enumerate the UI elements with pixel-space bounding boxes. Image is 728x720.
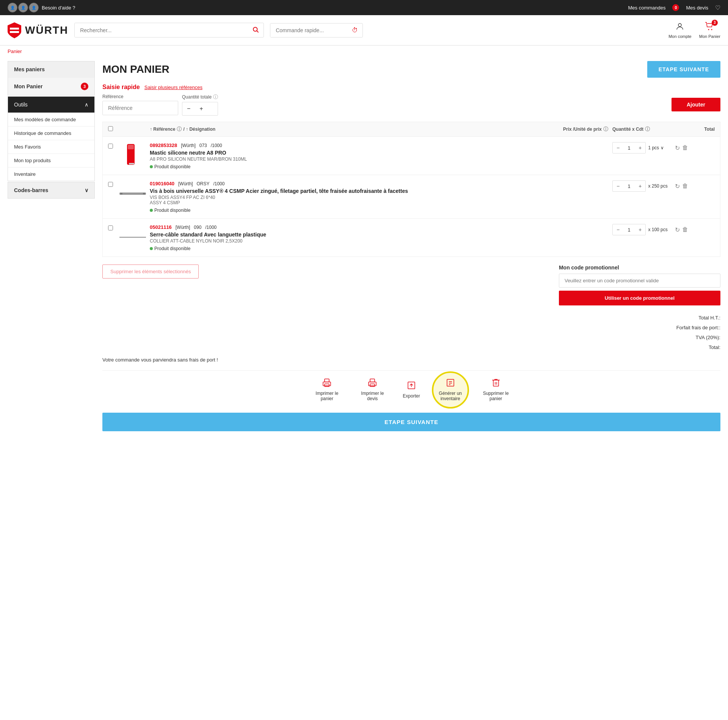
next-step-button-bottom[interactable]: ETAPE SUIVANTE bbox=[102, 413, 720, 431]
sidebar-my-cart[interactable]: Mon Panier 3 bbox=[8, 78, 94, 95]
breadcrumb: Panier bbox=[0, 45, 728, 57]
qty-label: Quantité totale bbox=[182, 94, 212, 100]
qty-unit-2: x 250 pcs bbox=[648, 183, 667, 189]
my-cart-action[interactable]: 3 Mon Panier bbox=[699, 22, 720, 39]
availability-dot-3 bbox=[150, 247, 153, 250]
search-input[interactable] bbox=[75, 23, 248, 37]
product-per-thousand-3: /1000 bbox=[205, 225, 217, 230]
svg-line-3 bbox=[257, 31, 259, 32]
next-step-button-top[interactable]: ETAPE SUIVANTE bbox=[647, 61, 720, 78]
logo[interactable]: WÜRTH bbox=[8, 22, 68, 38]
free-shipping-message: Votre commande vous parviendra sans frai… bbox=[102, 357, 720, 363]
product-sub-2: ASSY 4 CSMP bbox=[150, 200, 559, 205]
product-image-2 bbox=[119, 180, 146, 207]
delete-icon-2[interactable]: 🗑 bbox=[682, 183, 688, 190]
search-button[interactable] bbox=[248, 23, 264, 37]
generate-inventory-action[interactable]: Générer un inventaire bbox=[435, 378, 466, 401]
add-button[interactable]: Ajouter bbox=[672, 98, 720, 111]
print-quote-action[interactable]: Imprimer le devis bbox=[357, 378, 388, 401]
delete-selected-button[interactable]: Supprimer les éléments sélectionnés bbox=[102, 265, 199, 279]
sidebar-order-history[interactable]: Historique de commandes bbox=[8, 127, 94, 140]
qty-minus-2[interactable]: − bbox=[613, 181, 623, 191]
sidebar-favorites[interactable]: Mes Favoris bbox=[8, 140, 94, 154]
content-header: MON PANIER ETAPE SUIVANTE bbox=[102, 61, 720, 78]
delete-cart-action[interactable]: Supprimer le panier bbox=[481, 378, 511, 401]
product-name-1: Mastic silicone neutre A8 PRO bbox=[150, 150, 559, 156]
qty-val-2: 1 bbox=[623, 181, 635, 191]
sidebar-order-models[interactable]: Mes modèles de commande bbox=[8, 113, 94, 127]
qty-plus-3[interactable]: + bbox=[635, 224, 645, 235]
top-bar-left: 👤 👤 👤 Besoin d'aide ? bbox=[8, 3, 75, 13]
row-checkbox-2[interactable] bbox=[108, 182, 116, 188]
qty-stepper-2[interactable]: − 1 + bbox=[612, 180, 646, 192]
printer-icon bbox=[322, 378, 331, 389]
sidebar-barcodes[interactable]: Codes-barres ∨ bbox=[8, 182, 94, 198]
breadcrumb-link[interactable]: Panier bbox=[8, 49, 22, 54]
qty-actions-3: ↻ 🗑 bbox=[675, 226, 688, 233]
export-action[interactable]: Exporter bbox=[403, 381, 420, 399]
product-ref-3[interactable]: 05021116 bbox=[150, 224, 172, 230]
my-orders-link[interactable]: Mes commandes bbox=[628, 5, 665, 11]
qty-3: − 1 + x 100 pcs ↻ 🗑 bbox=[612, 224, 688, 235]
product-code-2: ORSY bbox=[197, 181, 210, 186]
refresh-icon-3[interactable]: ↻ bbox=[675, 226, 680, 233]
my-quotes-link[interactable]: Mes devis bbox=[686, 5, 708, 11]
qty-actions-2: ↻ 🗑 bbox=[675, 183, 688, 190]
product-ref-1[interactable]: 0892853328 bbox=[150, 142, 177, 148]
product-image-1 bbox=[119, 142, 146, 169]
product-ref-2[interactable]: 019016040 bbox=[150, 181, 174, 186]
total-shipping: Forfait frais de port:: bbox=[102, 323, 720, 333]
search-bar[interactable] bbox=[74, 23, 264, 38]
qty-stepper-1[interactable]: − 1 + bbox=[612, 142, 646, 153]
product-supplier-2: [Würth] bbox=[178, 181, 193, 186]
promo-input[interactable] bbox=[559, 274, 720, 288]
qty-stepper-3[interactable]: − 1 + bbox=[612, 224, 646, 235]
totals-section: Total H.T.: Forfait frais de port:: TVA … bbox=[102, 313, 720, 352]
qty-val-1: 1 bbox=[623, 143, 635, 153]
wishlist-icon[interactable]: ♡ bbox=[715, 4, 720, 11]
chevron-up-icon: ∧ bbox=[85, 102, 88, 108]
apply-promo-button[interactable]: Utiliser un code promotionnel bbox=[559, 291, 720, 305]
qty-control[interactable]: − + bbox=[182, 102, 218, 116]
delete-icon-3[interactable]: 🗑 bbox=[682, 226, 688, 233]
quick-order-bar[interactable]: ⏱ bbox=[270, 23, 363, 38]
svg-point-4 bbox=[678, 23, 681, 27]
row-checkbox-1[interactable] bbox=[108, 144, 116, 150]
avatar-3: 👤 bbox=[29, 3, 39, 13]
multi-ref-link[interactable]: Saisir plusieurs références bbox=[144, 85, 202, 90]
qty-plus-button[interactable]: + bbox=[195, 102, 207, 115]
ref-input[interactable] bbox=[102, 101, 178, 115]
select-all-checkbox[interactable] bbox=[108, 126, 113, 131]
top-bar-right: Mes commandes 0 Mes devis ♡ bbox=[628, 4, 720, 11]
print-quote-label: Imprimer le devis bbox=[357, 391, 388, 401]
qty-dropdown-icon-1[interactable]: ∨ bbox=[661, 145, 664, 150]
quick-entry-form: Référence Quantité totale ⓘ − + Ajouter bbox=[102, 94, 720, 116]
sidebar-top-products[interactable]: Mon top produits bbox=[8, 154, 94, 167]
my-cart-label: Mon Panier bbox=[699, 34, 720, 39]
availability-dot-1 bbox=[150, 165, 153, 168]
product-image-3 bbox=[119, 224, 146, 250]
refresh-icon-1[interactable]: ↻ bbox=[675, 144, 680, 152]
print-cart-action[interactable]: Imprimer le panier bbox=[312, 378, 342, 401]
qty-plus-1[interactable]: + bbox=[635, 142, 645, 153]
qty-val-3: 1 bbox=[623, 225, 635, 235]
row-checkbox-3[interactable] bbox=[108, 225, 116, 232]
sidebar-inventory[interactable]: Inventaire bbox=[8, 167, 94, 181]
qty-minus-button[interactable]: − bbox=[182, 102, 195, 115]
cart-header: ↑ Référence ⓘ / ↑ Désignation Prix /Unit… bbox=[103, 122, 720, 137]
ref-info-icon: ⓘ bbox=[177, 126, 182, 133]
sidebar-my-carts[interactable]: Mes paniers bbox=[8, 61, 94, 78]
qty-minus-1[interactable]: − bbox=[613, 142, 623, 153]
my-account-action[interactable]: Mon compte bbox=[668, 22, 692, 39]
page-title: MON PANIER bbox=[102, 63, 169, 75]
refresh-icon-2[interactable]: ↻ bbox=[675, 183, 680, 190]
cart-sidebar-badge: 3 bbox=[81, 83, 88, 90]
sidebar-tools[interactable]: Outils ∧ bbox=[8, 97, 94, 113]
delete-icon-1[interactable]: 🗑 bbox=[682, 144, 688, 152]
sidebar-section-tools: Outils ∧ Mes modèles de commande Histori… bbox=[8, 96, 95, 181]
qty-plus-2[interactable]: + bbox=[635, 181, 645, 191]
product-desc-1: A8 PRO SILICON NEUTRE MAR/BRON 310ML bbox=[150, 157, 559, 162]
quick-order-input[interactable] bbox=[270, 23, 347, 37]
qty-minus-3[interactable]: − bbox=[613, 224, 623, 235]
qty-info-icon: ⓘ bbox=[213, 94, 218, 100]
